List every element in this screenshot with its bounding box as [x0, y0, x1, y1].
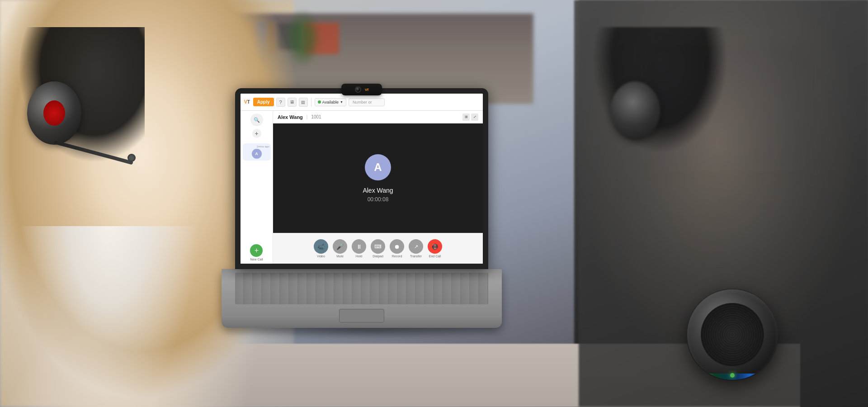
video-btn-label: Video [317, 255, 325, 258]
call-separator: | [307, 114, 308, 119]
app-ui: VT Apply ? 🖥 ▤ Available ▼ [241, 94, 483, 264]
hold-control-btn[interactable]: ⏸ Hold [352, 239, 366, 258]
laptop-screen-bezel: VT Apply ? 🖥 ▤ Available ▼ [235, 88, 488, 269]
shirt-area [18, 226, 199, 407]
mute-btn-circle: 🎤 [333, 239, 347, 254]
video-control-btn[interactable]: 📹 Video [314, 239, 328, 258]
sidebar-call-time: 2mins ago [244, 145, 269, 148]
laptop-keyboard [222, 269, 502, 328]
call-contact-name: Alex Wang [278, 114, 303, 120]
call-controls: 📹 Video 🎤 Mute ⏸ Hold [273, 233, 483, 264]
laptop-assembly: VT VT Apply ? 🖥 ▤ [222, 88, 502, 337]
call-timer: 00:00:08 [368, 196, 389, 203]
transfer-btn-circle: ↗ [409, 239, 423, 254]
headset-earcup-right [610, 81, 660, 140]
speaker-grill [701, 303, 764, 366]
end-call-btn-circle: 📵 [428, 239, 442, 254]
end-call-control-btn[interactable]: 📵 End Call [428, 239, 442, 258]
call-header: Alex Wang | 1001 ⊞ ⤢ [273, 111, 483, 123]
status-dot [318, 100, 321, 104]
sidebar-search-btn[interactable]: 🔍 [250, 114, 263, 126]
keyboard-keys-pattern [235, 273, 488, 304]
hold-btn-label: Hold [356, 255, 362, 258]
sidebar-call-avatar: A [252, 149, 262, 159]
record-btn-circle: ⏺ [390, 239, 404, 254]
help-icon[interactable]: ? [276, 98, 285, 107]
sidebar-add-btn[interactable]: + [252, 129, 261, 138]
caller-avatar: A [365, 154, 391, 180]
app-toolbar: VT Apply ? 🖥 ▤ Available ▼ [241, 94, 483, 111]
status-label: Available [322, 100, 339, 104]
dialpad-control-btn[interactable]: ⌨ Dialpad [371, 239, 385, 258]
caller-name: Alex Wang [363, 187, 393, 194]
touchpad [339, 309, 384, 322]
microphone-tip [127, 154, 136, 162]
new-call-label: New Call [250, 258, 263, 261]
number-input-field[interactable]: Number or [349, 98, 385, 106]
transfer-control-btn[interactable]: ↗ Transfer [409, 239, 423, 258]
mute-control-btn[interactable]: 🎤 Mute [333, 239, 347, 258]
transfer-btn-label: Transfer [410, 255, 422, 258]
call-maximize-btn[interactable]: ⊞ [462, 114, 470, 121]
call-panel: Alex Wang | 1001 ⊞ ⤢ A [273, 111, 483, 264]
dialpad-btn-circle: ⌨ [371, 239, 385, 254]
video-btn-circle: 📹 [314, 239, 328, 254]
webcam-device: VT [341, 84, 382, 95]
webcam-logo: VT [365, 88, 368, 92]
record-control-btn[interactable]: ⏺ Record [390, 239, 404, 258]
sidebar-call-item[interactable]: 2mins ago A [243, 143, 271, 161]
monitor-icon[interactable]: 🖥 [288, 98, 297, 107]
dialpad-btn-label: Dialpad [373, 255, 383, 258]
call-header-actions: ⊞ ⤢ [462, 114, 478, 121]
speaker-body [687, 289, 778, 380]
record-btn-label: Record [392, 255, 402, 258]
call-contact-number: 1001 [311, 114, 321, 119]
end-call-btn-label: End Call [429, 255, 441, 258]
video-area: A Alex Wang 00:00:08 [273, 123, 483, 233]
screen-share-icon[interactable]: ▤ [299, 98, 308, 107]
app-main: 🔍 + 2mins ago A + New Call [241, 111, 483, 264]
headset-right [592, 27, 728, 154]
speaker-device [687, 289, 787, 389]
webcam-lens [355, 86, 361, 93]
hold-btn-circle: ⏸ [352, 239, 366, 254]
apply-button[interactable]: Apply [253, 98, 274, 106]
new-call-icon: + [250, 244, 263, 257]
call-fullscreen-btn[interactable]: ⤢ [471, 114, 478, 121]
speaker-center-led [730, 373, 735, 378]
number-placeholder-text: Number or [353, 100, 372, 104]
new-call-button[interactable]: + New Call [250, 244, 263, 261]
app-sidebar: 🔍 + 2mins ago A + New Call [241, 111, 273, 264]
mute-btn-label: Mute [336, 255, 344, 258]
headset-earcup-left [27, 81, 81, 145]
app-logo: VT [244, 99, 250, 104]
status-indicator[interactable]: Available ▼ [315, 98, 346, 106]
